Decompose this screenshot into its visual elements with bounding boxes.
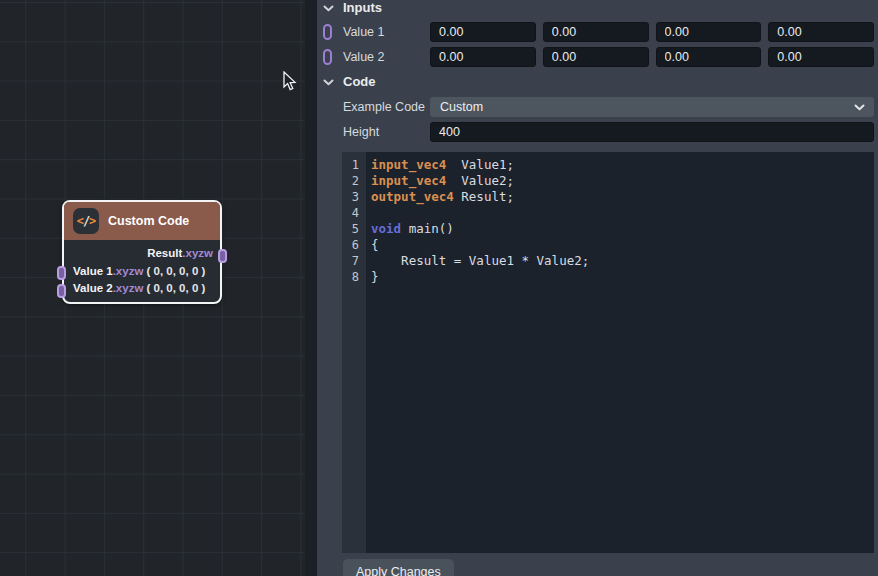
chevron-down-icon [854,104,865,111]
code-editor[interactable]: 1input_vec4 Value1;2input_vec4 Value2;3o… [342,152,874,553]
code-text: input_vec4 Value2; [366,173,514,189]
input-value: ( 0, 0, 0, 0 ) [143,265,205,277]
line-number: 2 [342,173,366,189]
code-text: Result = Value1 * Value2; [366,253,589,269]
line-number: 8 [342,269,366,285]
value-component-field[interactable] [768,47,874,67]
code-line[interactable]: 1input_vec4 Value1; [342,157,874,173]
input-suffix: .xyzw [113,265,144,277]
input-value: ( 0, 0, 0, 0 ) [143,282,205,294]
line-number: 5 [342,221,366,237]
value2-label: Value 2 [343,47,384,67]
app-window: </> Custom Code Result.xyzw Value 1.xyzw… [0,0,878,576]
node-output-row: Result.xyzw [64,245,220,263]
code-lines: 1input_vec4 Value1;2input_vec4 Value2;3o… [342,157,874,285]
code-text: } [366,269,379,285]
input-socket-pill[interactable] [57,284,66,298]
panel-divider[interactable] [305,0,317,576]
example-code-select[interactable]: Custom [430,97,874,117]
code-text: output_vec4 Result; [366,189,514,205]
socket-icon [323,49,332,65]
input-name: Value 2 [73,282,113,294]
line-number: 4 [342,205,366,221]
node-body: Result.xyzw Value 1.xyzw ( 0, 0, 0, 0 ) … [64,240,220,298]
code-line[interactable]: 4 [342,205,874,221]
example-code-label: Example Code [343,97,425,117]
input-suffix: .xyzw [113,282,144,294]
node-input-row: Value 2.xyzw ( 0, 0, 0, 0 ) [64,280,220,298]
value2-row: Value 2 [317,47,878,67]
value-component-field[interactable] [656,47,762,67]
inputs-section-header[interactable]: Inputs [317,0,878,16]
value-component-field[interactable] [768,22,874,42]
value2-fields [430,47,874,67]
code-line[interactable]: 6{ [342,237,874,253]
input-socket-pill[interactable] [57,266,66,280]
example-code-row: Example Code Custom [317,97,878,117]
code-line[interactable]: 7 Result = Value1 * Value2; [342,253,874,269]
code-text [366,205,371,221]
value-component-field[interactable] [656,22,762,42]
code-line[interactable]: 3output_vec4 Result; [342,189,874,205]
output-suffix: .xyzw [182,247,213,259]
code-section-label: Code [343,74,376,90]
value-component-field[interactable] [430,22,536,42]
value1-fields [430,22,874,42]
apply-changes-button[interactable]: Apply Changes [343,559,454,576]
line-number: 6 [342,237,366,253]
mouse-cursor-icon [283,71,297,91]
input-name: Value 1 [73,265,113,277]
inputs-section-label: Inputs [343,0,382,16]
height-label: Height [343,122,379,142]
height-input[interactable] [430,122,874,142]
code-line[interactable]: 8} [342,269,874,285]
node-graph-canvas[interactable]: </> Custom Code Result.xyzw Value 1.xyzw… [0,0,305,576]
value-component-field[interactable] [543,47,649,67]
code-line[interactable]: 2input_vec4 Value2; [342,173,874,189]
socket-icon [323,24,332,40]
chevron-down-icon [323,79,334,86]
code-line[interactable]: 5void main() [342,221,874,237]
node-header[interactable]: </> Custom Code [64,202,220,240]
code-text: input_vec4 Value1; [366,157,514,173]
custom-code-node[interactable]: </> Custom Code Result.xyzw Value 1.xyzw… [62,200,222,304]
line-number: 1 [342,157,366,173]
output-socket-pill[interactable] [218,249,227,263]
output-name: Result [147,247,182,259]
code-icon: </> [73,208,99,234]
line-number: 3 [342,189,366,205]
value-component-field[interactable] [430,47,536,67]
inspector-panel: Inputs Value 1 Value 2 Code Example Code… [317,0,878,576]
code-text: void main() [366,221,454,237]
line-number: 7 [342,253,366,269]
height-row: Height [317,122,878,142]
value1-label: Value 1 [343,22,384,42]
value-component-field[interactable] [543,22,649,42]
value1-row: Value 1 [317,22,878,42]
node-title: Custom Code [108,214,189,228]
code-text: { [366,237,379,253]
code-section-header[interactable]: Code [317,74,878,90]
example-code-selected-value: Custom [440,100,483,114]
chevron-down-icon [323,5,334,12]
node-input-row: Value 1.xyzw ( 0, 0, 0, 0 ) [64,263,220,281]
